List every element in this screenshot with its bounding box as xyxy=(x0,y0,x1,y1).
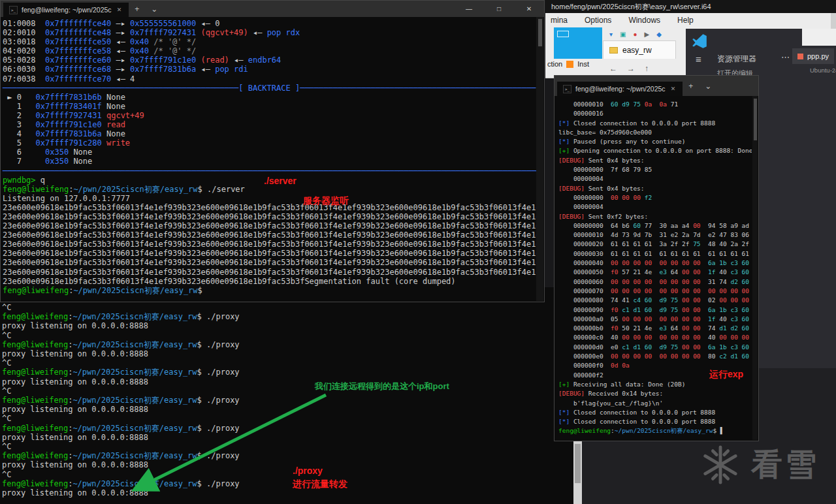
terminal-line: 00000060 00 00 00 00 00 00 00 00 31 74 d… xyxy=(558,277,752,287)
editor-tab-ppp-py[interactable]: ppp.py xyxy=(792,48,834,64)
text-segment: c2 xyxy=(719,353,726,360)
back-arrow-icon[interactable]: ← xyxy=(609,64,617,73)
text-segment: 00 xyxy=(693,334,700,341)
text-segment: 00 xyxy=(660,259,667,266)
text-segment: c3 xyxy=(730,315,737,323)
menu-hamburger-icon[interactable]: ≡ xyxy=(696,54,701,65)
text-segment: (qgcvt+49) xyxy=(201,28,248,37)
text-segment: $ ./proxy xyxy=(197,424,240,433)
text-segment xyxy=(652,306,659,313)
text-segment: 00000020 xyxy=(573,240,603,247)
text-segment: ~/pwn/2025ciscn初赛/easy_rw xyxy=(72,396,197,405)
text-segment: 75 xyxy=(633,101,640,108)
scrollbar-thumb[interactable] xyxy=(754,99,757,140)
text-segment: 000000b0 xyxy=(573,324,603,332)
text-segment xyxy=(558,324,573,332)
tab-close-icon[interactable]: ✕ xyxy=(669,86,677,92)
text-segment: feng@liweifeng xyxy=(2,424,68,433)
text-segment xyxy=(603,343,611,351)
text-segment: Closed connection to 0.0.0.0 port 8888 xyxy=(570,409,715,416)
terminal-scrollbar[interactable] xyxy=(536,17,543,301)
main-terminal-window: >_ feng@liweifeng: ~/pwn/2025c ✕ + ⌄ — □… xyxy=(0,0,545,302)
forward-arrow-icon[interactable]: → xyxy=(627,64,635,73)
toolbar-icon[interactable]: ▾ xyxy=(609,31,613,38)
text-segment xyxy=(701,287,708,294)
text-segment xyxy=(701,231,708,238)
text-segment: 00 xyxy=(622,315,629,323)
tab-dropdown-icon[interactable]: ⌄ xyxy=(151,5,157,14)
terminal-line: 23e600e09618e1b9fac53b3f06013f4e1ef939b3… xyxy=(3,277,536,286)
text-segment xyxy=(603,296,611,304)
text-segment: d1 xyxy=(633,343,640,351)
text-segment: 00 xyxy=(682,259,689,266)
new-tab-button[interactable]: + xyxy=(688,82,693,91)
text-segment: 75 xyxy=(671,296,678,304)
tab-close-icon[interactable]: ✕ xyxy=(116,7,123,13)
terminal-line: 02:0010 0x7fffffffce48 —▸ 0x7ffff7927431… xyxy=(3,28,536,37)
editor-tab-label: ppp.py xyxy=(807,52,829,60)
maximize-button[interactable]: □ xyxy=(484,1,514,17)
text-segment: 23e600e09618e1b9fac53b3f06013f4e1ef939b3… xyxy=(3,277,456,286)
text-segment: ~/pwn/2025ciscn初赛/easy_rw xyxy=(72,340,197,349)
text-segment: pwndbg> xyxy=(3,176,40,185)
text-segment: e3 xyxy=(660,324,667,332)
text-segment: 94 xyxy=(708,222,715,229)
terminal-line: ^C xyxy=(2,386,573,396)
scrollbar-thumb[interactable] xyxy=(575,444,581,483)
terminal-line: feng@liweifeng:~/pwn/2025ciscn初赛/easy_rw… xyxy=(3,286,536,295)
text-segment: 0x7fffffffce70 xyxy=(45,74,111,84)
ida-tab-label: easy_rw xyxy=(622,46,652,55)
terminal-scrollbar[interactable] xyxy=(752,96,758,440)
up-arrow-icon[interactable]: ↑ xyxy=(645,64,649,73)
toolbar-icon[interactable]: ◆ xyxy=(656,31,662,38)
text-segment xyxy=(603,231,611,238)
text-segment: 0x40 xyxy=(130,46,149,55)
text-segment: 61 xyxy=(730,250,737,257)
text-segment: ◂— 4 xyxy=(111,74,135,84)
terminal-preview-tile[interactable] xyxy=(554,27,602,59)
ida-tab-easy-rw[interactable]: easy_rw xyxy=(603,40,676,59)
more-actions-icon[interactable]: ⋯ xyxy=(781,52,790,62)
ida-menu-item[interactable]: Windows xyxy=(628,16,660,25)
text-segment: Sent 0x4 bytes: xyxy=(585,185,645,192)
terminal-tab[interactable]: >_ feng@liweifeng: ~/pwn/2025c ✕ xyxy=(557,82,683,96)
new-tab-button[interactable]: + xyxy=(135,5,139,14)
title-bar[interactable]: >_ feng@liweifeng: ~/pwn/2025c ✕ + ⌄ xyxy=(555,76,758,96)
text-segment: [+] xyxy=(558,381,570,388)
text-segment: 00 xyxy=(730,334,737,341)
text-segment: q xyxy=(40,176,45,185)
tab-dropdown-icon[interactable]: ⌄ xyxy=(705,82,711,91)
text-segment: 00 xyxy=(693,287,700,294)
text-segment: 0x350 xyxy=(45,148,69,157)
terminal-line: 00000080 74 41 c4 60 d9 75 00 00 02 00 0… xyxy=(558,296,752,305)
terminal-line: b'flag{you_cat_/flag}\n' xyxy=(558,399,752,408)
terminal-line: proxy listening on 0.0.0.0:8888 xyxy=(2,488,573,497)
close-button[interactable]: ✕ xyxy=(514,1,544,17)
text-segment: ◂— 0 xyxy=(196,19,219,28)
text-segment: feng@liweifeng xyxy=(2,479,68,488)
ida-menu-item[interactable]: Options xyxy=(585,16,611,25)
text-segment: 00000080 xyxy=(573,296,603,304)
toolbar-icon[interactable]: ● xyxy=(633,31,637,38)
terminal-output[interactable]: 00000010 60 d9 75 0a 0a 71 00000016[*] C… xyxy=(555,96,752,440)
annotation-server-cmd: ./server xyxy=(264,176,297,186)
toolbar-icon[interactable]: ▶ xyxy=(645,31,650,38)
ida-menu-item[interactable]: Help xyxy=(677,16,694,25)
terminal-tab[interactable]: >_ feng@liweifeng: ~/pwn/2025c ✕ xyxy=(3,3,129,17)
toolbar-icon[interactable]: ▣ xyxy=(620,31,626,38)
text-segment: 00 xyxy=(633,334,640,341)
text-segment: 4e xyxy=(645,268,652,276)
terminal-line: ^C xyxy=(2,331,573,340)
text-segment xyxy=(558,203,573,210)
title-bar[interactable]: >_ feng@liweifeng: ~/pwn/2025c ✕ + ⌄ — □… xyxy=(1,1,544,17)
ida-menu-item[interactable]: mina xyxy=(551,16,568,25)
text-segment xyxy=(558,194,573,201)
terminal-output[interactable]: 01:0008 0x7fffffffce40 —▸ 0x555555561000… xyxy=(1,17,536,301)
terminal-output[interactable]: ^Cfeng@liweifeng:~/pwn/2025ciscn初赛/easy_… xyxy=(0,287,573,504)
text-segment: 1 xyxy=(3,102,36,111)
minimize-button[interactable]: — xyxy=(454,1,484,17)
text-segment: $ ./proxy xyxy=(197,396,240,405)
scrollbar-thumb[interactable] xyxy=(538,19,542,46)
text-segment xyxy=(701,278,708,285)
text-segment: 00 xyxy=(611,194,618,201)
